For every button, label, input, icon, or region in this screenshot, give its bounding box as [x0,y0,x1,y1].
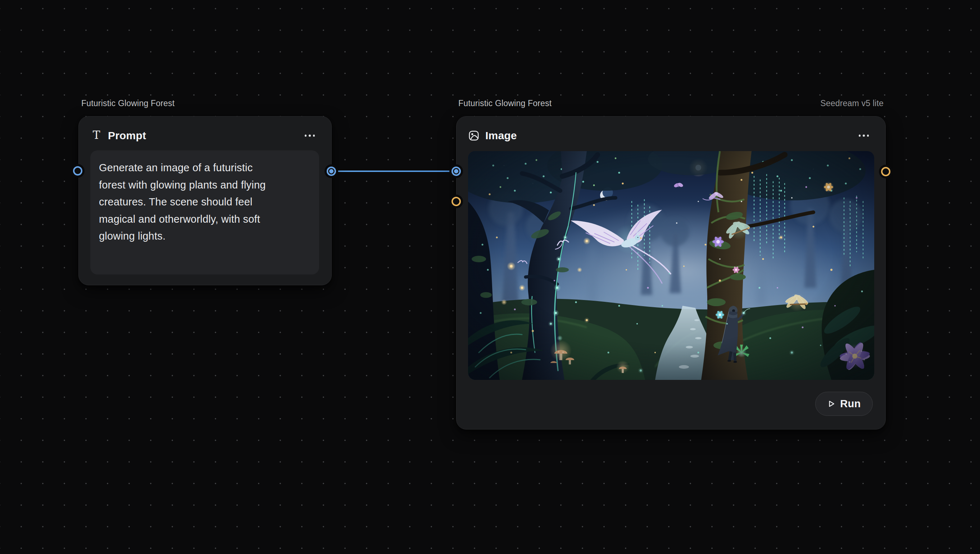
image-image-input-port[interactable] [452,197,461,206]
run-button-label: Run [840,398,861,410]
prompt-input-port[interactable] [73,166,83,175]
forest-artwork [468,151,874,380]
play-icon [827,400,835,408]
image-node-label-row: Futuristic Glowing Forest Seedream v5 li… [456,98,886,109]
image-node-menu-button[interactable] [858,132,870,140]
generated-image[interactable] [468,151,874,380]
prompt-node[interactable]: T Prompt Generate an image of a futurist… [78,116,332,285]
image-icon [468,130,479,141]
text-icon: T [91,129,102,141]
image-node-header[interactable]: Image [457,116,885,142]
prompt-node-label[interactable]: Futuristic Glowing Forest [78,98,175,109]
prompt-node-title: Prompt [108,129,146,142]
image-text-input-port[interactable] [452,167,461,176]
prompt-node-menu-button[interactable] [304,132,316,140]
prompt-node-label-row: Futuristic Glowing Forest [78,98,332,109]
prompt-output-port[interactable] [327,167,336,176]
ellipsis-icon [859,135,869,137]
image-output-port[interactable] [881,167,891,176]
image-node-title: Image [485,129,517,142]
image-node-label[interactable]: Futuristic Glowing Forest [456,98,552,109]
prompt-node-header[interactable]: T Prompt [79,116,331,142]
model-label: Seedream v5 lite [820,98,886,109]
ellipsis-icon [305,135,315,137]
image-node[interactable]: Image [456,116,886,430]
run-button[interactable]: Run [815,392,873,416]
prompt-text-area[interactable]: Generate an image of a futuristic forest… [90,150,319,274]
connection-wire[interactable] [331,170,456,172]
canvas[interactable]: Futuristic Glowing Forest Futuristic Glo… [0,0,980,554]
